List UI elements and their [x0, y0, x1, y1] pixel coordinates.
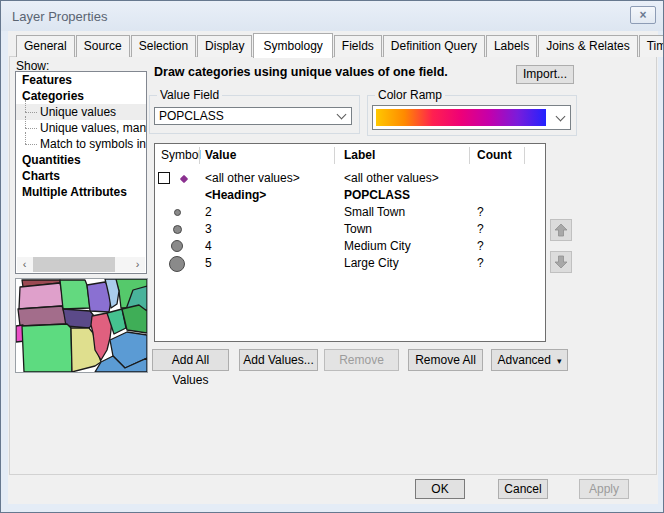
tree-item-categories[interactable]: Categories [16, 88, 146, 104]
symbol-cell[interactable] [155, 221, 199, 238]
table-row-heading[interactable]: <Heading> POPCLASS [155, 187, 545, 204]
table-header: Symbol Value Label Count [155, 144, 545, 167]
arrow-up-icon [554, 223, 568, 237]
arrow-down-icon [554, 255, 568, 269]
scroll-right-icon[interactable]: › [130, 257, 145, 272]
states-map-image [16, 279, 147, 372]
symbol-cell[interactable] [155, 204, 199, 221]
tab-fields[interactable]: Fields [334, 35, 382, 57]
table-row-all-other-values[interactable]: <all other values> <all other values> [155, 170, 545, 187]
move-down-button[interactable] [550, 251, 572, 273]
value-cell: 3 [205, 222, 212, 237]
tab-general[interactable]: General [16, 35, 75, 57]
column-header-symbol: Symbol [161, 148, 201, 162]
remove-all-button[interactable]: Remove All [408, 349, 483, 371]
color-ramp-dropdown[interactable] [372, 105, 571, 130]
color-ramp-gradient [376, 109, 546, 126]
draw-categories-description: Draw categories using unique values of o… [154, 65, 448, 79]
all-other-values-checkbox[interactable] [158, 172, 170, 184]
scroll-left-icon[interactable]: ‹ [17, 257, 32, 272]
symbol-cell [155, 170, 199, 187]
count-cell: ? [477, 222, 484, 237]
tree-item-unique-values-many[interactable]: Unique values, many [16, 120, 146, 136]
move-up-button[interactable] [550, 219, 572, 241]
color-ramp-group-label: Color Ramp [375, 88, 445, 102]
column-header-label: Label [344, 148, 375, 162]
show-tree: Features Categories Unique values Unique… [15, 71, 147, 274]
value-field-dropdown[interactable]: POPCLASS [154, 107, 352, 125]
chevron-down-icon [556, 111, 566, 121]
tab-selection[interactable]: Selection [131, 35, 196, 57]
tab-bar: General Source Selection Display Symbolo… [16, 34, 664, 57]
tree-item-multiple-attributes[interactable]: Multiple Attributes [16, 184, 146, 200]
count-cell: ? [477, 239, 484, 254]
tab-source[interactable]: Source [76, 35, 130, 57]
tree-horizontal-scrollbar[interactable]: ‹ › [17, 257, 145, 272]
value-cell: 2 [205, 205, 212, 220]
value-cell: <Heading> [205, 188, 266, 203]
table-row-town[interactable]: 3 Town ? [155, 221, 545, 238]
tab-symbology[interactable]: Symbology [253, 33, 332, 58]
dropdown-arrow-icon: ▾ [557, 356, 562, 366]
value-cell: <all other values> [205, 171, 300, 186]
scrollbar-thumb[interactable] [33, 257, 115, 272]
cancel-button[interactable]: Cancel [498, 479, 548, 499]
chevron-down-icon [337, 110, 347, 120]
count-cell: ? [477, 205, 484, 220]
graduated-circle-icon [174, 209, 181, 216]
column-header-count: Count [477, 148, 512, 162]
advanced-button[interactable]: Advanced▾ [491, 349, 568, 371]
value-cell: 4 [205, 239, 212, 254]
map-preview [15, 278, 148, 373]
tab-joins-relates[interactable]: Joins & Relates [538, 35, 637, 57]
label-cell[interactable]: POPCLASS [344, 188, 410, 203]
label-cell[interactable]: <all other values> [344, 171, 439, 186]
value-cell: 5 [205, 256, 212, 271]
label-cell[interactable]: Large City [344, 256, 399, 271]
symbol-cell[interactable] [155, 255, 199, 272]
advanced-button-label: Advanced [498, 353, 551, 367]
table-row-small-town[interactable]: 2 Small Town ? [155, 204, 545, 221]
remove-button[interactable]: Remove [324, 349, 399, 371]
close-icon[interactable]: × [630, 6, 656, 24]
table-row-medium-city[interactable]: 4 Medium City ? [155, 238, 545, 255]
label-cell[interactable]: Small Town [344, 205, 405, 220]
tab-time[interactable]: Time [639, 35, 664, 57]
symbol-cell[interactable] [155, 238, 199, 255]
graduated-circle-icon [171, 240, 183, 252]
window-title: Layer Properties [12, 9, 107, 24]
unique-values-table: Symbol Value Label Count <all other valu… [154, 143, 546, 342]
add-values-button[interactable]: Add Values... [239, 349, 318, 371]
tree-item-charts[interactable]: Charts [16, 168, 146, 184]
import-button[interactable]: Import... [516, 65, 574, 84]
tree-item-unique-values[interactable]: Unique values [16, 104, 146, 120]
add-all-values-button[interactable]: Add All Values [152, 349, 229, 371]
value-field-selected-value: POPCLASS [159, 109, 224, 123]
titlebar[interactable]: Layer Properties × [1, 1, 663, 31]
label-cell[interactable]: Town [344, 222, 372, 237]
tab-definition-query[interactable]: Definition Query [383, 35, 485, 57]
layer-properties-dialog: Layer Properties × General Source Select… [0, 0, 664, 513]
tab-display[interactable]: Display [197, 35, 252, 57]
table-row-large-city[interactable]: 5 Large City ? [155, 255, 545, 272]
value-field-group-label: Value Field [157, 88, 222, 102]
apply-button[interactable]: Apply [579, 479, 629, 499]
column-header-value: Value [205, 148, 236, 162]
tree-item-features[interactable]: Features [16, 72, 146, 88]
graduated-circle-icon [173, 225, 182, 234]
label-cell[interactable]: Medium City [344, 239, 411, 254]
graduated-circle-icon [169, 256, 185, 272]
tree-item-quantities[interactable]: Quantities [16, 152, 146, 168]
tab-labels[interactable]: Labels [486, 35, 537, 57]
point-symbol-icon [180, 175, 188, 183]
tree-item-match-to-symbols[interactable]: Match to symbols in a [16, 136, 146, 152]
count-cell: ? [477, 256, 484, 271]
ok-button[interactable]: OK [415, 479, 465, 499]
